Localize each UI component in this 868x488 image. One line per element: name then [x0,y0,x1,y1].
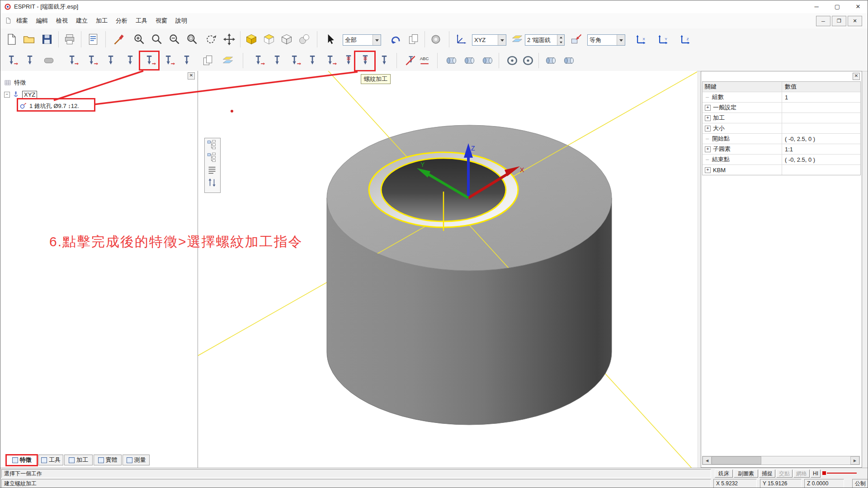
menu-file[interactable]: 檔案 [12,15,32,27]
machining-icon-2[interactable] [22,53,38,68]
layer-combo[interactable]: 2 '端面銑 [525,34,565,46]
toggle-grid[interactable]: 網格 [793,469,810,478]
menu-help[interactable]: 說明 [171,15,191,27]
copy-icon[interactable] [406,32,421,47]
rotate-view-icon[interactable] [203,32,218,47]
close-icon[interactable]: ✕ [853,73,860,80]
toggle-mill[interactable]: 銑床 [715,469,733,478]
zoom-out-icon[interactable] [167,32,182,47]
close-icon[interactable]: ✕ [188,72,195,80]
floating-tree-toolbar[interactable] [204,138,221,193]
turning-icon-5[interactable] [561,53,576,68]
maximize-button[interactable]: ▢ [827,0,848,13]
sphere-view-icon[interactable] [297,32,312,47]
tab-machining[interactable]: 加工 [64,455,93,465]
machining-icon-12[interactable] [287,53,302,68]
machining-icon-9[interactable] [220,53,236,68]
tab-solids[interactable]: 實體 [94,455,122,465]
save-icon[interactable] [39,32,55,47]
zoom-in-icon[interactable] [132,32,147,47]
chevron-down-icon[interactable] [498,35,506,45]
turning-icon-2[interactable] [462,53,477,68]
doc-minimize-button[interactable]: ─ [816,16,830,26]
stock-icon[interactable] [41,53,57,68]
view-combo[interactable]: 等角 [587,34,625,46]
thread-milling-icon[interactable] [358,53,373,68]
machining-icon-11[interactable] [269,53,285,68]
graphics-viewport[interactable]: Z X Y [198,71,697,468]
spinner-control[interactable] [557,35,564,45]
menu-edit[interactable]: 編輯 [32,15,52,27]
scroll-thumb[interactable] [712,456,761,465]
work-plane-icon[interactable] [453,32,469,47]
expand-icon[interactable]: + [705,126,711,131]
machining-icon-8[interactable] [179,53,194,68]
engrave-text-icon[interactable] [417,53,433,68]
machining-icon-13[interactable] [305,53,320,68]
axis-z-icon[interactable] [678,32,693,47]
shaded-edges-view-icon[interactable] [261,32,277,47]
undo-icon[interactable] [388,32,404,47]
menu-machining[interactable]: 加工 [92,15,112,27]
prop-row-machining[interactable]: +加工 [703,113,860,123]
prop-row-kbm[interactable]: +KBM [703,165,860,175]
thread-cycle-icon[interactable] [142,53,157,68]
axis-yx-icon[interactable] [656,32,671,47]
horizontal-scrollbar[interactable]: ◀ ▶ [702,456,860,465]
tab-measure[interactable]: 測量 [123,455,150,465]
menu-analysis[interactable]: 分析 [112,15,132,27]
axis-xy-icon[interactable] [633,32,649,47]
chevron-down-icon[interactable] [373,35,381,45]
machining-icon-14[interactable] [323,53,338,68]
doc-restore-button[interactable]: ❐ [832,16,846,26]
toggle-snap[interactable]: 捕捉 [759,469,775,478]
pan-icon[interactable] [222,32,237,47]
plane-combo[interactable]: XYZ [472,34,506,46]
tree-feature-row[interactable]: 1 錐坑孔 Ø9.7 ↕12. [19,102,79,111]
minimize-button[interactable]: ─ [806,0,827,13]
selection-filter-combo[interactable]: 全部 [343,34,381,46]
select-cursor-icon[interactable] [322,32,338,47]
scroll-left-icon[interactable]: ◀ [703,456,712,465]
machining-icon-5[interactable] [103,53,118,68]
tab-features[interactable]: 特徵 [6,455,38,465]
toggle-intersection[interactable]: 交點 [776,469,793,478]
tree-node-xyz[interactable]: − XYZ [4,90,37,99]
machining-icon-15[interactable] [341,53,356,68]
outline-view2-icon[interactable] [205,151,219,164]
menu-window[interactable]: 視窗 [151,15,171,27]
prop-row-general[interactable]: +一般設定 [703,103,860,113]
disable-cycle-icon[interactable] [403,53,418,68]
doc-close-button[interactable]: ✕ [848,16,862,26]
menu-view[interactable]: 檢視 [52,15,72,27]
machining-icon-4[interactable] [84,53,99,68]
prop-row-startpoint[interactable]: ─開始點 ( -0, 2.5, 0 ) [703,134,860,144]
menu-tools[interactable]: 工具 [132,15,151,27]
shaded-view-icon[interactable] [244,32,259,47]
collapse-icon[interactable]: − [4,92,10,98]
expand-icon[interactable]: + [705,167,711,173]
prop-row-groups[interactable]: ─組數 1 [703,92,860,103]
paint-icon[interactable] [112,32,127,47]
menu-create[interactable]: 建立 [72,15,92,27]
scroll-right-icon[interactable]: ▶ [850,456,859,465]
sort-icon[interactable] [205,176,219,189]
wheel-icon-2[interactable] [520,53,536,68]
expand-icon[interactable]: + [705,115,711,121]
view-direction-icon[interactable] [569,32,584,47]
zoom-icon[interactable] [149,32,165,47]
turning-icon-1[interactable] [443,53,459,68]
layers-icon[interactable] [509,32,525,47]
prop-row-size[interactable]: +大小 [703,123,860,134]
prop-row-endpoint[interactable]: ─結束點 ( -0, 2.5, 0 ) [703,155,860,165]
machining-icon-10[interactable] [251,53,266,68]
tab-tools[interactable]: 工具 [38,455,63,465]
tolerance-ring-icon[interactable] [428,32,443,47]
machining-icon-1[interactable] [4,53,19,68]
open-file-icon[interactable] [21,32,37,47]
list-view-icon[interactable] [205,164,219,176]
prop-row-subelement[interactable]: +子圓素 1:1 [703,144,860,155]
wireframe-view-icon[interactable] [279,32,294,47]
toggle-subelement[interactable]: 副圖素 [734,469,758,478]
turning-icon-4[interactable] [543,53,558,68]
